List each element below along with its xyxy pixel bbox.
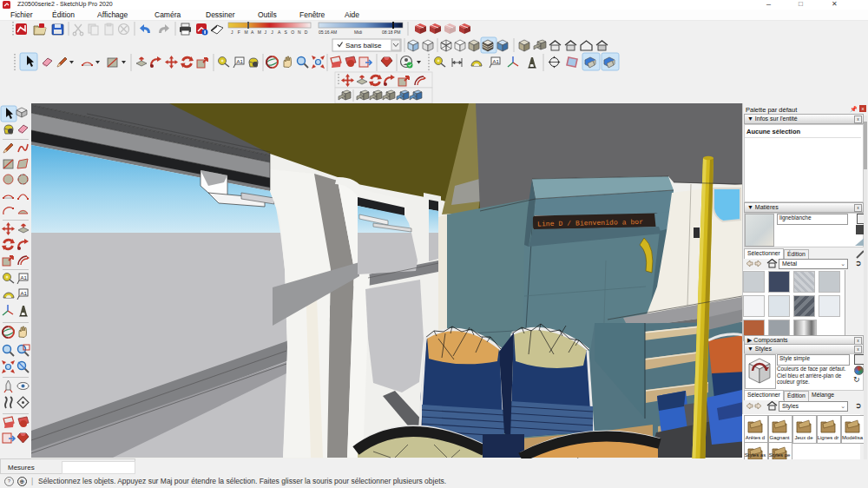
svg-text:A1: A1 [21, 275, 28, 280]
svg-text:A1: A1 [21, 291, 28, 296]
